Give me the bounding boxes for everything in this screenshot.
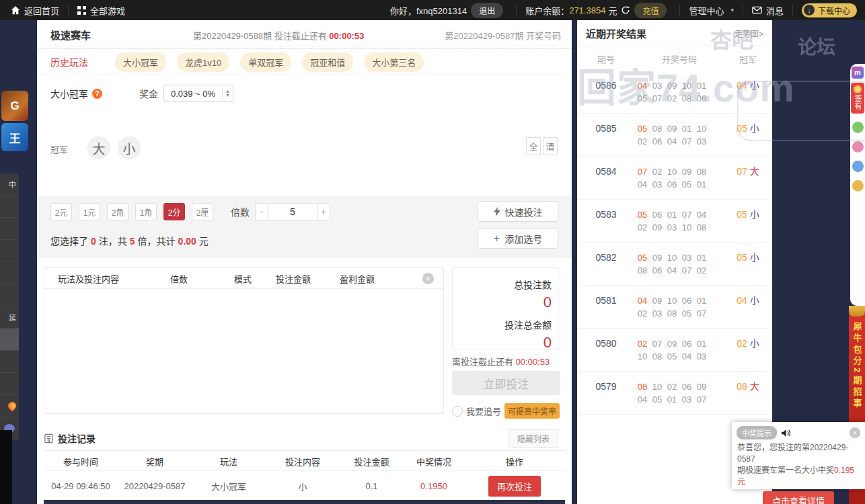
result-numbers: 0207090601 1008050403: [635, 329, 724, 371]
result-size: 小: [750, 295, 759, 306]
result-number: 06: [650, 135, 665, 148]
left-menu-item[interactable]: [0, 373, 19, 395]
result-number: 02: [635, 221, 650, 234]
nav-all-games[interactable]: 全部游戏: [77, 4, 125, 17]
result-champion: 04小: [724, 286, 772, 328]
result-issue: 0581: [577, 286, 635, 328]
result-number: 07: [694, 307, 709, 320]
recharge-button[interactable]: 充值: [634, 3, 667, 18]
hide-list-button[interactable]: 隐藏列表: [509, 429, 558, 448]
close-icon[interactable]: ×: [850, 427, 860, 438]
game-thumbnail[interactable]: 王: [1, 123, 28, 151]
right-float-widget: m 签有: [850, 64, 865, 306]
bet-records-columns: 参与时间 奖期 玩法 投注内容 投注金额 中奖情况 操作: [44, 450, 565, 471]
multiplier-plus-button[interactable]: +: [317, 203, 330, 220]
result-row: 0582 0509100301 0806040702 05小: [577, 243, 772, 286]
left-menu-item[interactable]: [0, 218, 19, 240]
result-number: 06: [679, 380, 694, 393]
widget-icon[interactable]: [852, 122, 864, 133]
widget-icon[interactable]: [852, 141, 864, 153]
denom-1jiao[interactable]: 1角: [135, 203, 157, 220]
game-thumbnail[interactable]: G: [1, 91, 28, 121]
bet-slip-table: 玩法及投注内容 倍数 模式 投注金额 盈利金额 ×: [44, 267, 444, 414]
left-menu: 中 延: [0, 173, 19, 439]
left-menu-item-active[interactable]: [0, 329, 19, 351]
add-selection-button[interactable]: + 添加选号: [478, 228, 558, 249]
admin-center-menu[interactable]: 管理中心 ▾: [689, 4, 734, 17]
left-menu-item[interactable]: [0, 395, 19, 417]
prize-select[interactable]: 0.039 ~ 0% ▲▼: [163, 85, 233, 102]
result-number: 03: [679, 393, 694, 406]
result-numbers: 0403091001 0507020806: [635, 71, 724, 113]
clear-button[interactable]: 清: [543, 137, 558, 155]
left-menu-item[interactable]: [0, 284, 19, 306]
quick-bet-button[interactable]: 快速投注: [478, 201, 558, 222]
denom-2fen-selected[interactable]: 2分: [163, 203, 185, 220]
widget-icon[interactable]: [852, 180, 864, 192]
messages-button[interactable]: 消息: [752, 4, 784, 17]
multiplier-value[interactable]: 5: [268, 203, 317, 220]
rec-col-result: 中奖情况: [404, 455, 464, 468]
result-number: 02: [694, 264, 709, 277]
result-numbers: 0508090110 0206040703: [635, 114, 724, 156]
option-big[interactable]: 大: [87, 136, 110, 159]
trend-chart-link[interactable]: 走势图>: [735, 28, 763, 39]
denom-1yuan[interactable]: 1元: [79, 203, 100, 220]
result-issue: 0585: [577, 114, 635, 156]
result-number: 07: [650, 92, 665, 105]
result-number: 02: [635, 337, 650, 350]
current-issue-info: 第20220429-0588期 投注截止还有 00:00:53: [193, 29, 364, 42]
denom-2li[interactable]: 2厘: [192, 203, 213, 220]
result-champion: 05小: [724, 243, 772, 285]
bet-now-button[interactable]: 立即投注: [452, 371, 560, 395]
tab-longhu-1v10[interactable]: 龙虎1v10: [177, 52, 229, 72]
result-number: 03: [679, 251, 694, 264]
result-row: 0584 0702100908 0403060501 07大: [577, 157, 772, 200]
download-center-label: 下载中心: [818, 5, 850, 16]
multiplier-minus-button[interactable]: -: [255, 203, 268, 220]
denom-2jiao[interactable]: 2角: [107, 203, 128, 220]
bet-again-button[interactable]: 再次投注: [488, 476, 541, 497]
top-navbar: 返回首页 全部游戏 你好，fxnq5201314 退出 账户余额： 271.38…: [0, 0, 865, 20]
left-menu-item[interactable]: [0, 240, 19, 262]
left-menu-item[interactable]: [0, 262, 19, 284]
clear-slip-icon[interactable]: ×: [422, 273, 434, 284]
result-number: 05: [635, 208, 650, 221]
results-col-issue: 期号: [577, 52, 635, 65]
tab-history-plays[interactable]: 历史玩法: [50, 55, 88, 69]
nav-home[interactable]: 返回首页: [11, 4, 59, 17]
panel-bottom-strip: [44, 500, 565, 504]
download-center-button[interactable]: ↓ 下载中心: [802, 3, 857, 17]
result-number: 09: [694, 380, 709, 393]
speaker-icon[interactable]: [781, 429, 791, 437]
left-menu-item[interactable]: [0, 196, 19, 218]
chase-radio[interactable]: [452, 406, 463, 417]
help-icon[interactable]: ?: [92, 89, 102, 99]
result-numbers: 0506010704 0209031008: [635, 200, 724, 242]
tab-guanya-sum[interactable]: 冠亚和值: [302, 52, 353, 72]
left-menu-item[interactable]: [0, 351, 19, 373]
select-all-button[interactable]: 全: [526, 137, 541, 155]
result-champion-number: 04: [737, 80, 747, 91]
signin-widget[interactable]: 签有: [851, 83, 864, 114]
result-number: 02: [665, 92, 679, 105]
widget-icon[interactable]: [852, 161, 864, 172]
logout-button[interactable]: 退出: [471, 3, 503, 18]
app-icon[interactable]: m: [852, 67, 864, 79]
record-time: 04-29 09:46:50: [44, 481, 118, 491]
tab-danshuang-champion[interactable]: 单双冠军: [240, 52, 291, 72]
left-menu-item[interactable]: 中: [0, 173, 19, 196]
chase-label[interactable]: 我要追号: [466, 405, 501, 417]
result-number: 07: [650, 337, 665, 350]
tab-daxiao-champion[interactable]: 大小冠军: [115, 52, 166, 72]
result-number: 09: [665, 79, 679, 92]
rec-col-issue: 奖期: [118, 455, 192, 468]
denom-2yuan[interactable]: 2元: [50, 203, 72, 220]
record-icon: [44, 433, 54, 444]
tab-daxiao-third[interactable]: 大小第三名: [364, 52, 424, 72]
refresh-icon[interactable]: [621, 5, 630, 15]
result-number: 07: [635, 165, 650, 178]
option-small[interactable]: 小: [118, 136, 141, 159]
view-details-button[interactable]: 点击查看详情: [763, 491, 834, 504]
left-menu-item[interactable]: 延: [0, 306, 19, 329]
